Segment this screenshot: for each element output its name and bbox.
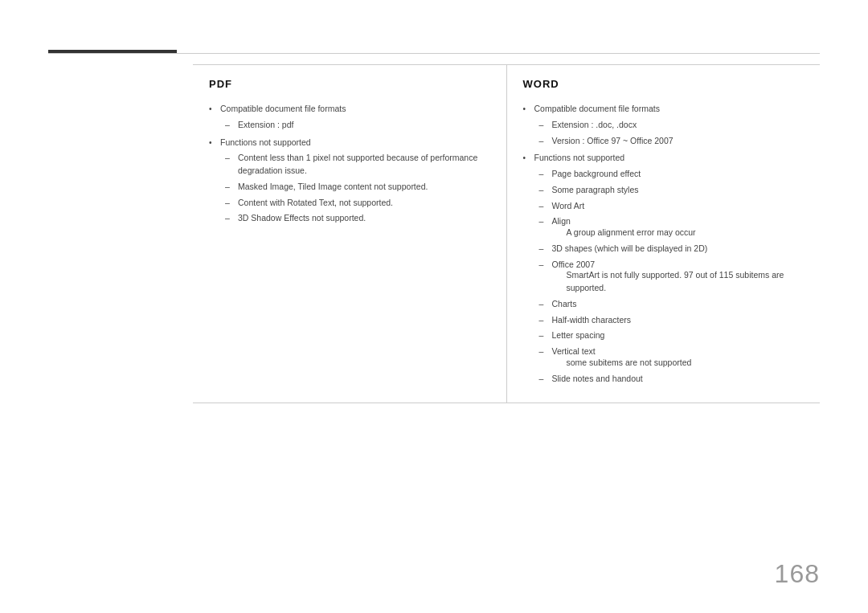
word-sub-page-bg: Page background effect [538, 168, 805, 181]
word-sub-slidenotes: Slide notes and handout [538, 373, 805, 386]
word-sub-office2007-note: SmartArt is not fully supported. 97 out … [552, 269, 805, 295]
top-line [48, 53, 820, 54]
word-sub-charts: Charts [538, 298, 805, 311]
pdf-section-2-label: Functions not supported [220, 137, 311, 147]
pdf-section-1-label: Compatible document file formats [220, 104, 346, 113]
page-number: 168 [775, 559, 820, 589]
word-sub-office2007: Office 2007 SmartArt is not fully suppor… [538, 259, 805, 295]
pdf-sub-2: Masked Image, Tiled Image content not su… [223, 181, 490, 194]
content-area: PDF Compatible document file formats Ext… [193, 64, 820, 549]
word-section-1-label: Compatible document file formats [534, 104, 660, 113]
word-sub-halfwidth: Half-width characters [538, 314, 805, 327]
pdf-section-2-subitems: Content less than 1 pixel not supported … [223, 152, 490, 225]
word-column: WORD Compatible document file formats Ex… [507, 65, 821, 403]
pdf-section-1-subitems: Extension : pdf [223, 119, 490, 132]
pdf-title: PDF [209, 78, 490, 90]
word-extension-item: Extension : .doc, .docx [538, 119, 805, 132]
pdf-sub-3: Content with Rotated Text, not supported… [223, 197, 490, 210]
pdf-column: PDF Compatible document file formats Ext… [193, 65, 507, 403]
word-sub-verticaltext: Vertical text some subitems are not supp… [538, 345, 805, 370]
word-title: WORD [523, 78, 805, 90]
word-sub-paragraph: Some paragraph styles [538, 184, 805, 197]
columns-container: PDF Compatible document file formats Ext… [193, 64, 820, 403]
word-sub-align-note: A group alignment error may occur [552, 227, 805, 239]
word-section-1-subitems: Extension : .doc, .docx Version : Office… [538, 119, 805, 148]
word-sub-3d: 3D shapes (which will be displayed in 2D… [538, 243, 805, 255]
pdf-sections: Compatible document file formats Extensi… [209, 103, 490, 225]
word-version-item: Version : Office 97 ~ Office 2007 [538, 135, 805, 148]
pdf-section-2: Functions not supported Content less tha… [209, 137, 490, 226]
pdf-sub-1: Content less than 1 pixel not supported … [223, 152, 490, 178]
word-section-1: Compatible document file formats Extensi… [523, 103, 805, 147]
word-section-2-subitems: Page background effect Some paragraph st… [538, 168, 805, 385]
word-sections: Compatible document file formats Extensi… [523, 103, 805, 385]
pdf-section-1: Compatible document file formats Extensi… [209, 103, 490, 132]
word-section-2-label: Functions not supported [534, 153, 625, 162]
word-sub-align: Align A group alignment error may occur [538, 215, 805, 239]
word-sub-letterspacing: Letter spacing [538, 329, 805, 342]
word-section-2: Functions not supported Page background … [523, 152, 805, 385]
pdf-extension-item: Extension : pdf [223, 119, 490, 132]
word-sub-wordart: Word Art [538, 200, 805, 213]
pdf-sub-4: 3D Shadow Effects not supported. [223, 212, 490, 225]
word-sub-verticaltext-note: some subitems are not supported [552, 357, 805, 370]
